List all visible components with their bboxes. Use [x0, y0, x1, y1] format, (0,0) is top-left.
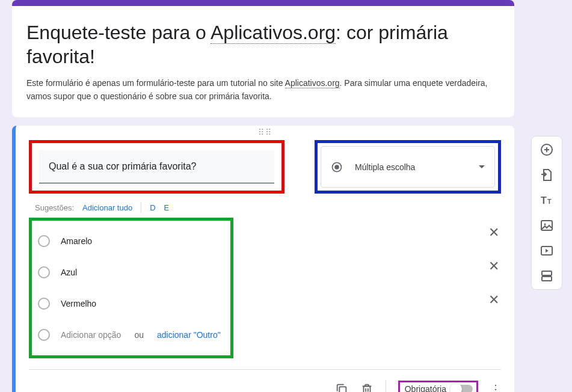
radio-icon [38, 329, 50, 341]
or-label: ou [134, 330, 144, 340]
form-title[interactable]: Enquete-teste para o Aplicativos.org: co… [26, 20, 500, 69]
svg-rect-2 [339, 387, 346, 392]
remove-option-button[interactable]: ✕ [487, 225, 501, 240]
chevron-down-icon [479, 165, 485, 168]
import-questions-button[interactable] [540, 168, 554, 182]
radio-icon [38, 298, 50, 310]
question-footer: Obrigatória ⋮ [29, 375, 501, 392]
remove-option-button[interactable]: ✕ [487, 259, 501, 274]
required-toggle[interactable] [451, 385, 473, 392]
question-type-highlight: Múltipla escolha [315, 140, 501, 194]
question-card[interactable]: ⠿⠿ Múltipla escolha Sugestões: Adicionar… [12, 126, 514, 392]
delete-button[interactable] [360, 382, 374, 392]
suggestions-label: Sugestões: [35, 203, 74, 212]
svg-rect-10 [542, 271, 552, 275]
options-highlight: Amarelo Azul Vermelho Adicionar opção ou… [29, 218, 233, 358]
radio-icon [331, 161, 343, 173]
toolbar-sidebar: TT [531, 136, 562, 290]
option-label[interactable]: Amarelo [61, 236, 92, 246]
question-title-highlight [29, 140, 284, 194]
question-title-input[interactable] [39, 150, 274, 183]
required-label: Obrigatória [405, 384, 446, 392]
add-image-button[interactable] [540, 218, 554, 233]
svg-text:T: T [547, 198, 552, 205]
add-section-button[interactable] [540, 269, 554, 283]
add-all-link[interactable]: Adicionar tudo [82, 203, 132, 212]
option-row[interactable]: Vermelho [38, 288, 224, 319]
form-desc-link[interactable]: Aplicativos.org [285, 78, 340, 88]
divider [386, 380, 386, 392]
svg-rect-3 [363, 387, 370, 392]
form-title-before: Enquete-teste para o [26, 22, 211, 43]
radio-icon [38, 235, 50, 247]
divider [29, 369, 501, 370]
more-options-button[interactable]: ⋮ [490, 382, 501, 392]
drag-handle-icon[interactable]: ⠿⠿ [258, 130, 272, 134]
add-question-button[interactable] [540, 142, 554, 157]
radio-icon [38, 266, 50, 278]
svg-point-8 [544, 224, 546, 225]
question-type-dropdown[interactable]: Múltipla escolha [321, 146, 495, 188]
form-title-link[interactable]: Aplicativos.org [211, 22, 336, 44]
add-other-link[interactable]: adicionar "Outro" [157, 330, 221, 340]
add-option-row: Adicionar opção ou adicionar "Outro" [38, 319, 224, 351]
form-desc-before: Este formulário é apenas um formulário-t… [26, 78, 285, 88]
suggestions-row: Sugestões: Adicionar tudo D E [35, 202, 501, 213]
svg-point-1 [334, 165, 339, 170]
divider [141, 202, 141, 213]
svg-rect-11 [542, 277, 552, 281]
add-video-button[interactable] [540, 243, 554, 258]
option-label[interactable]: Vermelho [61, 299, 96, 308]
form-description[interactable]: Este formulário é apenas um formulário-t… [26, 77, 500, 103]
suggestion-d[interactable]: D [150, 203, 155, 212]
add-option-link[interactable]: Adicionar opção [61, 330, 121, 340]
question-type-label: Múltipla escolha [355, 162, 467, 172]
option-row[interactable]: Amarelo [38, 225, 224, 257]
form-header-card: Enquete-teste para o Aplicativos.org: co… [12, 0, 514, 117]
option-label[interactable]: Azul [61, 268, 77, 277]
svg-text:T: T [541, 195, 547, 206]
remove-option-button[interactable]: ✕ [487, 292, 501, 308]
duplicate-button[interactable] [335, 382, 348, 392]
suggestion-e[interactable]: E [164, 203, 170, 212]
required-highlight: Obrigatória [398, 381, 478, 392]
option-row[interactable]: Azul [38, 257, 224, 288]
add-title-button[interactable]: TT [540, 193, 554, 207]
